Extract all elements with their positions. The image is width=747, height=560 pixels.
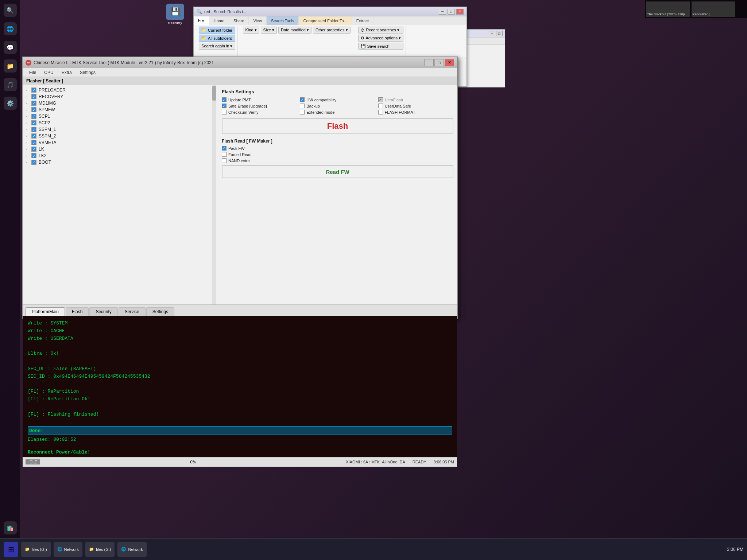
- check-hw-compat[interactable]: ✓: [300, 97, 305, 102]
- tab-security[interactable]: Security: [89, 307, 117, 316]
- tab-share[interactable]: Share: [229, 16, 249, 25]
- start-button[interactable]: ⊞: [4, 542, 18, 557]
- sidebar-icon-chat[interactable]: 💬: [4, 41, 17, 54]
- check-safe-erase[interactable]: ✓: [222, 104, 227, 108]
- sidebar-icon-store[interactable]: 🛍️: [4, 521, 17, 534]
- setting-backup[interactable]: Backup: [300, 104, 375, 108]
- btn-current-folder[interactable]: 📁 Current folder: [199, 27, 235, 34]
- mtk-minimize-btn[interactable]: ─: [424, 59, 434, 66]
- setting-checksum-verify[interactable]: Checksum Verify: [222, 110, 297, 114]
- check-flash-format[interactable]: [378, 110, 383, 114]
- setting-extended-mode[interactable]: Extended mode: [300, 110, 375, 114]
- check-vbmeta[interactable]: ✓: [31, 140, 36, 145]
- btn-all-subfolders[interactable]: 📂 All subfolders: [199, 35, 235, 42]
- thumbnail-area: The Blackout (2020) 720p... Icebreaker (…: [645, 0, 747, 18]
- setting-forced-read[interactable]: Forced Read: [222, 152, 453, 157]
- mtk-maximize-btn[interactable]: □: [434, 59, 444, 66]
- btn-recent-searches[interactable]: ⏱ Recent searches ▾: [358, 27, 404, 34]
- menu-cpu[interactable]: CPU: [40, 69, 57, 76]
- check-preloader[interactable]: ✓: [31, 88, 36, 93]
- setting-ultraflash[interactable]: ✓ UltraFlash: [378, 97, 453, 102]
- sidebar-icon-settings[interactable]: ⚙️: [4, 97, 17, 110]
- check-update-pmt[interactable]: ✓: [222, 97, 227, 102]
- check-lk[interactable]: ✓: [31, 147, 36, 152]
- setting-update-pmt[interactable]: ✓ Update PMT: [222, 97, 297, 102]
- scatter-item-lk2[interactable]: › ✓ LK2: [24, 152, 216, 159]
- taskbar-item-network[interactable]: 🌐 Network: [54, 542, 82, 557]
- sidebar-icon-search[interactable]: 🔍: [4, 4, 17, 17]
- tab-settings[interactable]: Settings: [146, 307, 174, 316]
- menu-file[interactable]: File: [26, 69, 40, 76]
- check-sspm1[interactable]: ✓: [31, 127, 36, 132]
- menu-settings[interactable]: Settings: [76, 69, 99, 76]
- scroll-thumb[interactable]: [212, 86, 216, 101]
- scatter-item-scp1[interactable]: › ✓ SCP1: [24, 113, 216, 120]
- tab-home[interactable]: Home: [209, 16, 229, 25]
- tab-extract[interactable]: Extract: [352, 16, 374, 25]
- sidebar-icon-files[interactable]: 📁: [4, 59, 17, 73]
- minimize-button[interactable]: ─: [439, 9, 446, 15]
- sidebar-icon-music[interactable]: 🎵: [4, 78, 17, 91]
- tab-service[interactable]: Service: [119, 307, 146, 316]
- tab-platform-main[interactable]: Platform/Main: [26, 307, 65, 316]
- check-backup[interactable]: [300, 104, 305, 108]
- check-boot[interactable]: ✓: [31, 160, 36, 165]
- btn-search-again[interactable]: Search again in ▾: [199, 43, 235, 50]
- maximize-button[interactable]: □: [448, 9, 455, 15]
- scroll-indicator[interactable]: [212, 85, 216, 304]
- taskbar-item-files-g2[interactable]: 📁 files (G:): [85, 542, 115, 557]
- check-extended-mode[interactable]: [300, 110, 305, 114]
- btn-save-search[interactable]: 💾 Save search: [358, 43, 404, 50]
- btn-other-properties[interactable]: Other properties ▾: [313, 27, 351, 34]
- sidebar-icon-browser[interactable]: 🌐: [4, 22, 17, 35]
- setting-flash-format[interactable]: FLASH FORMAT: [378, 110, 453, 114]
- bg-maximize[interactable]: □: [496, 31, 503, 36]
- btn-date-modified[interactable]: Date modified ▾: [278, 27, 311, 34]
- check-scp1[interactable]: ✓: [31, 114, 36, 119]
- check-forced-read[interactable]: [222, 152, 227, 157]
- btn-advanced-options[interactable]: ⚙ Advanced options ▾: [358, 35, 404, 42]
- check-md1img[interactable]: ✓: [31, 101, 36, 106]
- setting-hw-compat[interactable]: ✓ HW compatibility: [300, 97, 375, 102]
- scatter-item-spmfw[interactable]: › ✓ SPMFW: [24, 106, 216, 113]
- check-spmfw[interactable]: ✓: [31, 107, 36, 112]
- scatter-item-md1img[interactable]: › ✓ MD1IMG: [24, 100, 216, 106]
- check-userdata-safe[interactable]: [378, 104, 383, 108]
- scatter-item-sspm2[interactable]: › ✓ SSPM_2: [24, 133, 216, 139]
- tab-search-tools[interactable]: Search Tools: [267, 16, 299, 25]
- flash-button[interactable]: Flash: [222, 118, 453, 134]
- scatter-item-recovery[interactable]: › ✓ RECOVERY: [24, 93, 216, 100]
- check-nand-extra[interactable]: [222, 158, 227, 163]
- read-fw-button[interactable]: Read FW: [222, 165, 453, 178]
- scatter-item-preloader[interactable]: › ✓ PRELOADER: [24, 87, 216, 93]
- btn-kind[interactable]: Kind ▾: [243, 27, 259, 34]
- setting-nand-extra[interactable]: NAND extra: [222, 158, 453, 163]
- taskbar-item-files-g[interactable]: 📁 files (G:): [21, 542, 51, 557]
- setting-safe-erase[interactable]: ✓ Safe Erase [Upgrade]: [222, 104, 297, 108]
- check-recovery[interactable]: ✓: [31, 94, 36, 99]
- tab-file[interactable]: File: [194, 16, 209, 25]
- setting-pack-fw[interactable]: ✓ Pack FW: [222, 146, 453, 151]
- tab-flash[interactable]: Flash: [66, 307, 89, 316]
- check-scp2[interactable]: ✓: [31, 120, 36, 125]
- menu-extra[interactable]: Extra: [58, 69, 76, 76]
- scatter-item-vbmeta[interactable]: › ✓ VBMETA: [24, 139, 216, 146]
- check-lk2[interactable]: ✓: [31, 153, 36, 158]
- taskbar-item-network2[interactable]: 🌐 Network: [117, 542, 146, 557]
- recovery-icon-image[interactable]: 💾: [166, 4, 184, 20]
- bg-minimize[interactable]: ─: [489, 31, 495, 36]
- close-button[interactable]: ✕: [456, 9, 464, 15]
- check-checksum[interactable]: [222, 110, 227, 114]
- tab-compressed[interactable]: Compressed Folder To...: [299, 16, 352, 25]
- mtk-close-btn[interactable]: ✕: [445, 59, 454, 66]
- scatter-item-lk[interactable]: › ✓ LK: [24, 146, 216, 152]
- check-ultraflash[interactable]: ✓: [378, 97, 383, 102]
- scatter-item-sspm1[interactable]: › ✓ SSPM_1: [24, 126, 216, 133]
- scatter-item-boot[interactable]: › ✓ BOOT: [24, 159, 216, 166]
- check-sspm2[interactable]: ✓: [31, 133, 36, 139]
- btn-size[interactable]: Size ▾: [261, 27, 277, 34]
- scatter-item-scp2[interactable]: › ✓ SCP2: [24, 120, 216, 126]
- check-pack-fw[interactable]: ✓: [222, 146, 227, 151]
- setting-userdata-safe[interactable]: UserData Safe: [378, 104, 453, 108]
- tab-view[interactable]: View: [249, 16, 267, 25]
